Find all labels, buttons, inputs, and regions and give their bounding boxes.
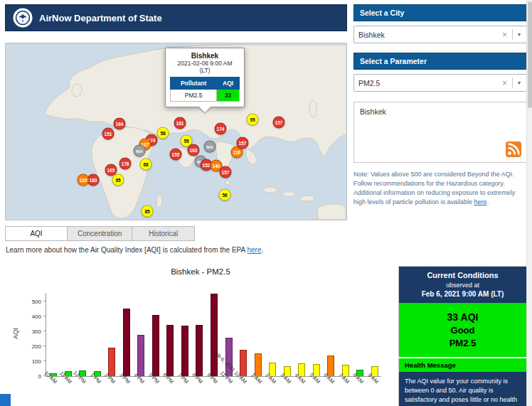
aqi-map-marker[interactable]: 68 [140, 159, 152, 171]
aqi-map-marker[interactable]: 155 [170, 149, 182, 161]
aqi-map-marker[interactable]: N/A [204, 141, 216, 153]
scrollbar[interactable] [526, 0, 532, 406]
aqi-map-marker[interactable]: 157 [220, 166, 232, 178]
chart-bar[interactable] [181, 326, 188, 376]
corner-widget [0, 394, 11, 406]
y-tick-mark [43, 316, 46, 316]
map-popup: Bishkek 2021-02-06 9:00 AM (LT) Pollutan… [165, 48, 245, 107]
tabs: AQIConcentrationHistorical [5, 226, 195, 241]
note-text: Note: Values above 500 are considered Be… [353, 171, 515, 205]
select-parameter-header: Select a Parameter [353, 53, 527, 70]
popup-col-aqi: AQI [217, 78, 240, 90]
aqi-map-marker[interactable]: 85 [142, 205, 154, 218]
y-tick-label: 100 [32, 358, 41, 364]
aqi-map-marker[interactable]: 163 [188, 144, 200, 156]
aqi-map-marker[interactable]: 174 [215, 123, 227, 135]
parameter-caret-down-icon[interactable]: ▾ [513, 80, 522, 86]
current-aqi-category: Good [402, 325, 523, 336]
aqi-map-marker[interactable]: 58 [157, 127, 169, 139]
world-map[interactable]: 15116458174107N/A17868165183119958516155… [5, 43, 347, 220]
scrollbar-thumb[interactable] [528, 1, 532, 108]
popup-aqi-value: 33 [217, 90, 240, 102]
note-here-link[interactable]: here [474, 198, 487, 205]
city-select-value: Bishkek [358, 31, 497, 39]
aqi-map-marker[interactable]: 164 [114, 118, 126, 130]
parameter-clear-icon[interactable]: × [497, 78, 512, 88]
y-tick-mark [43, 360, 46, 361]
aqi-map-marker[interactable]: 151 [102, 128, 115, 140]
chart-title: Bishkek - PM2.5 [9, 262, 393, 276]
tab-concentration[interactable]: Concentration [68, 226, 132, 241]
current-aqi-parameter: PM2.5 [402, 338, 523, 348]
popup-arrow [199, 107, 211, 112]
health-message-text: The AQI value for your community is betw… [399, 372, 526, 406]
learn-more-suffix: . [261, 246, 263, 254]
aqi-map-marker[interactable]: 119 [78, 174, 90, 186]
popup-city: Bishkek [170, 52, 240, 60]
tab-historical[interactable]: Historical [132, 226, 195, 241]
rss-feed-city: Bishkek [360, 107, 386, 116]
aqi-note: Note: Values above 500 are considered Be… [353, 170, 527, 207]
chart-bar[interactable] [108, 348, 115, 376]
chart-bar[interactable] [240, 350, 247, 376]
y-tick-label: 0 [38, 373, 41, 380]
observed-at-label: observed at [402, 282, 523, 289]
chart-bar[interactable] [123, 309, 130, 376]
aqi-chart: Bishkek - PM2.5 AQI 010020030040050010 A… [9, 262, 393, 404]
current-aqi-value: 33 AQI [402, 311, 523, 323]
x-tick-label: 10 AM [43, 370, 58, 385]
state-department-seal-icon [13, 8, 33, 28]
parameter-select[interactable]: PM2.5 × ▾ [353, 74, 527, 92]
popup-datetime: 2021-02-06 9:00 AM [170, 60, 240, 67]
current-aqi-box: 33 AQI Good PM2.5 [399, 303, 526, 357]
aqi-map-marker[interactable]: N/A [134, 145, 146, 157]
rss-icon[interactable] [506, 141, 521, 157]
y-tick-label: 200 [32, 343, 41, 349]
chart-bar[interactable] [211, 294, 218, 376]
observed-at-datetime: Feb 6, 2021 9:00 AM (LT) [402, 290, 523, 298]
y-tick-label: 300 [32, 328, 41, 334]
aqi-map-marker[interactable]: 95 [247, 114, 259, 126]
city-select[interactable]: Bishkek × ▾ [353, 26, 527, 43]
y-tick-mark [43, 301, 46, 301]
y-tick-mark [43, 331, 46, 331]
city-caret-down-icon[interactable]: ▾ [513, 31, 522, 38]
app-title: AirNow Department of State [39, 13, 162, 23]
chart-bar[interactable] [166, 325, 174, 376]
parameter-select-value: PM2.5 [358, 79, 497, 87]
learn-more: Learn more about how the Air Quality Ind… [6, 246, 263, 254]
aqi-map-marker[interactable]: 161 [174, 117, 186, 129]
chart-bar[interactable] [137, 335, 144, 376]
y-tick-label: 500 [32, 298, 41, 304]
aqi-map-marker[interactable]: 157 [237, 137, 249, 149]
app-header: AirNow Department of State [5, 4, 347, 31]
current-conditions-panel: Current Conditions observed at Feb 6, 20… [398, 266, 527, 406]
learn-more-text: Learn more about how the Air Quality Ind… [6, 246, 247, 254]
chart-bar[interactable] [196, 325, 203, 376]
popup-pollutant-value: PM2.5 [171, 90, 217, 102]
sidebar: Select a City Bishkek × ▾ Select a Param… [353, 4, 527, 207]
chart-bar[interactable] [152, 315, 159, 376]
current-conditions-header: Current Conditions observed at Feb 6, 20… [399, 267, 526, 303]
chart-plot: 010020030040050010 AM11 AM12 PM1 PM2 PM3… [46, 293, 381, 377]
select-city-header: Select a City [353, 4, 527, 21]
popup-timezone: (LT) [170, 67, 240, 74]
y-tick-label: 400 [32, 313, 41, 319]
learn-more-here-link[interactable]: here [247, 246, 261, 254]
note-suffix: . [487, 198, 489, 205]
chart-y-axis-label: AQI [12, 328, 19, 339]
y-tick-mark [43, 346, 46, 346]
popup-table: Pollutant AQI PM2.5 33 [170, 77, 240, 102]
aqi-map-marker[interactable]: 178 [119, 158, 132, 170]
health-message-header: Health Message [399, 357, 526, 372]
aqi-map-marker[interactable]: 95 [112, 174, 124, 186]
popup-col-pollutant: Pollutant [171, 78, 217, 90]
aqi-map-marker[interactable]: 56 [219, 189, 231, 201]
tab-aqi[interactable]: AQI [5, 226, 68, 241]
current-conditions-title: Current Conditions [402, 271, 523, 279]
aqi-map-marker[interactable]: 157 [273, 117, 285, 129]
city-clear-icon[interactable]: × [497, 30, 512, 40]
rss-feed-box: Bishkek [353, 102, 527, 163]
